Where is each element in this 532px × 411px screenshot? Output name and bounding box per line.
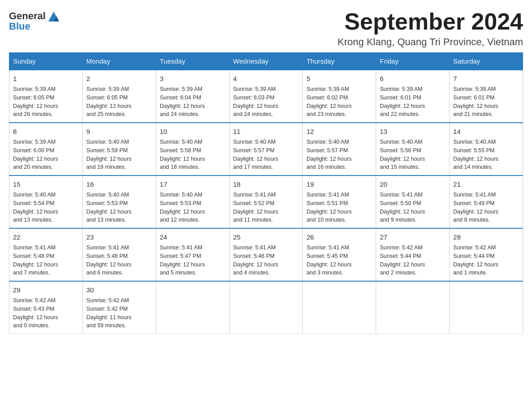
calendar-cell: 1 Sunrise: 5:39 AMSunset: 6:05 PMDayligh… [9, 70, 83, 123]
calendar-cell: 11 Sunrise: 5:40 AMSunset: 5:57 PMDaylig… [229, 123, 303, 176]
calendar-cell: 2 Sunrise: 5:39 AMSunset: 6:05 PMDayligh… [82, 70, 156, 123]
calendar-cell: 7 Sunrise: 5:39 AMSunset: 6:01 PMDayligh… [450, 70, 523, 123]
day-number: 30 [86, 285, 152, 295]
day-number: 6 [380, 74, 446, 83]
day-number: 20 [380, 180, 446, 189]
calendar-cell: 10 Sunrise: 5:40 AMSunset: 5:58 PMDaylig… [156, 123, 229, 176]
logo: General Blue [9, 9, 61, 32]
day-number: 11 [233, 127, 299, 136]
day-info: Sunrise: 5:40 AMSunset: 5:57 PMDaylight:… [233, 138, 299, 171]
calendar: SundayMondayTuesdayWednesdayThursdayFrid… [9, 52, 523, 334]
day-number: 12 [306, 127, 372, 136]
day-info: Sunrise: 5:41 AMSunset: 5:45 PMDaylight:… [306, 244, 372, 277]
location-title: Krong Klang, Quang Tri Province, Vietnam [338, 36, 523, 48]
calendar-cell: 8 Sunrise: 5:39 AMSunset: 6:00 PMDayligh… [9, 123, 83, 176]
day-info: Sunrise: 5:39 AMSunset: 6:01 PMDaylight:… [453, 85, 519, 119]
day-info: Sunrise: 5:42 AMSunset: 5:44 PMDaylight:… [453, 244, 519, 277]
calendar-cell: 6 Sunrise: 5:39 AMSunset: 6:01 PMDayligh… [376, 70, 450, 123]
day-number: 3 [160, 74, 226, 83]
calendar-cell [229, 281, 303, 334]
calendar-cell: 13 Sunrise: 5:40 AMSunset: 5:56 PMDaylig… [376, 123, 450, 176]
day-info: Sunrise: 5:39 AMSunset: 6:05 PMDaylight:… [86, 85, 152, 119]
day-number: 2 [86, 74, 152, 83]
calendar-cell: 26 Sunrise: 5:41 AMSunset: 5:45 PMDaylig… [303, 228, 376, 281]
calendar-cell [376, 281, 450, 334]
calendar-cell: 9 Sunrise: 5:40 AMSunset: 5:59 PMDayligh… [82, 123, 156, 176]
calendar-cell [303, 281, 376, 334]
calendar-cell: 30 Sunrise: 5:42 AMSunset: 5:42 PMDaylig… [82, 281, 156, 334]
calendar-week-5: 29 Sunrise: 5:42 AMSunset: 5:43 PMDaylig… [9, 281, 523, 334]
calendar-cell: 20 Sunrise: 5:41 AMSunset: 5:50 PMDaylig… [376, 176, 450, 228]
day-info: Sunrise: 5:41 AMSunset: 5:48 PMDaylight:… [13, 244, 79, 277]
title-section: September 2024 Krong Klang, Quang Tri Pr… [338, 9, 523, 48]
day-number: 16 [86, 180, 152, 189]
calendar-cell: 5 Sunrise: 5:39 AMSunset: 6:02 PMDayligh… [303, 70, 376, 123]
day-info: Sunrise: 5:41 AMSunset: 5:47 PMDaylight:… [160, 244, 226, 277]
day-info: Sunrise: 5:40 AMSunset: 5:57 PMDaylight:… [306, 138, 372, 171]
day-number: 5 [306, 74, 372, 83]
calendar-cell: 28 Sunrise: 5:42 AMSunset: 5:44 PMDaylig… [450, 228, 523, 281]
calendar-cell: 23 Sunrise: 5:41 AMSunset: 5:48 PMDaylig… [82, 228, 156, 281]
day-info: Sunrise: 5:41 AMSunset: 5:52 PMDaylight:… [233, 191, 299, 224]
day-info: Sunrise: 5:40 AMSunset: 5:59 PMDaylight:… [86, 138, 152, 171]
calendar-cell: 21 Sunrise: 5:41 AMSunset: 5:49 PMDaylig… [450, 176, 523, 228]
month-title: September 2024 [338, 9, 523, 34]
day-info: Sunrise: 5:39 AMSunset: 6:05 PMDaylight:… [13, 85, 79, 119]
day-number: 26 [306, 232, 372, 242]
day-info: Sunrise: 5:39 AMSunset: 6:01 PMDaylight:… [380, 85, 446, 119]
day-info: Sunrise: 5:40 AMSunset: 5:54 PMDaylight:… [13, 191, 79, 224]
calendar-cell: 18 Sunrise: 5:41 AMSunset: 5:52 PMDaylig… [229, 176, 303, 228]
day-number: 15 [13, 180, 79, 189]
calendar-cell: 27 Sunrise: 5:42 AMSunset: 5:44 PMDaylig… [376, 228, 450, 281]
calendar-cell: 17 Sunrise: 5:40 AMSunset: 5:53 PMDaylig… [156, 176, 229, 228]
day-info: Sunrise: 5:41 AMSunset: 5:48 PMDaylight:… [86, 244, 152, 277]
calendar-cell: 22 Sunrise: 5:41 AMSunset: 5:48 PMDaylig… [9, 228, 83, 281]
calendar-week-1: 1 Sunrise: 5:39 AMSunset: 6:05 PMDayligh… [9, 70, 523, 123]
day-number: 29 [13, 285, 79, 295]
day-number: 19 [306, 180, 372, 189]
day-info: Sunrise: 5:40 AMSunset: 5:55 PMDaylight:… [453, 138, 519, 171]
day-info: Sunrise: 5:41 AMSunset: 5:51 PMDaylight:… [306, 191, 372, 224]
header-day-wednesday: Wednesday [229, 53, 303, 70]
day-number: 1 [13, 74, 79, 83]
calendar-cell: 3 Sunrise: 5:39 AMSunset: 6:04 PMDayligh… [156, 70, 229, 123]
header-day-thursday: Thursday [303, 53, 376, 70]
calendar-cell: 25 Sunrise: 5:41 AMSunset: 5:46 PMDaylig… [229, 228, 303, 281]
calendar-header: SundayMondayTuesdayWednesdayThursdayFrid… [9, 53, 523, 70]
day-info: Sunrise: 5:40 AMSunset: 5:53 PMDaylight:… [160, 191, 226, 224]
day-info: Sunrise: 5:41 AMSunset: 5:46 PMDaylight:… [233, 244, 299, 277]
day-info: Sunrise: 5:39 AMSunset: 6:00 PMDaylight:… [13, 138, 79, 171]
day-info: Sunrise: 5:42 AMSunset: 5:42 PMDaylight:… [86, 296, 152, 330]
day-number: 4 [233, 74, 299, 83]
header-day-tuesday: Tuesday [156, 53, 229, 70]
day-number: 25 [233, 232, 299, 242]
calendar-cell: 15 Sunrise: 5:40 AMSunset: 5:54 PMDaylig… [9, 176, 83, 228]
calendar-cell: 14 Sunrise: 5:40 AMSunset: 5:55 PMDaylig… [450, 123, 523, 176]
day-info: Sunrise: 5:39 AMSunset: 6:02 PMDaylight:… [306, 85, 372, 119]
day-info: Sunrise: 5:40 AMSunset: 5:53 PMDaylight:… [86, 191, 152, 224]
day-info: Sunrise: 5:41 AMSunset: 5:49 PMDaylight:… [453, 191, 519, 224]
day-number: 13 [380, 127, 446, 136]
day-number: 17 [160, 180, 226, 189]
calendar-cell: 16 Sunrise: 5:40 AMSunset: 5:53 PMDaylig… [82, 176, 156, 228]
header-day-monday: Monday [82, 53, 156, 70]
header: General Blue September 2024 Krong Klang,… [9, 9, 523, 48]
logo-icon [47, 9, 61, 23]
day-number: 9 [86, 127, 152, 136]
day-number: 14 [453, 127, 519, 136]
day-info: Sunrise: 5:41 AMSunset: 5:50 PMDaylight:… [380, 191, 446, 224]
day-info: Sunrise: 5:40 AMSunset: 5:58 PMDaylight:… [160, 138, 226, 171]
calendar-cell: 19 Sunrise: 5:41 AMSunset: 5:51 PMDaylig… [303, 176, 376, 228]
header-row: SundayMondayTuesdayWednesdayThursdayFrid… [9, 53, 523, 70]
header-day-saturday: Saturday [450, 53, 523, 70]
day-info: Sunrise: 5:39 AMSunset: 6:03 PMDaylight:… [233, 85, 299, 119]
logo-blue-text: Blue [9, 21, 30, 32]
header-day-friday: Friday [376, 53, 450, 70]
day-number: 7 [453, 74, 519, 83]
day-info: Sunrise: 5:42 AMSunset: 5:44 PMDaylight:… [380, 244, 446, 277]
day-info: Sunrise: 5:42 AMSunset: 5:43 PMDaylight:… [13, 296, 79, 330]
day-info: Sunrise: 5:39 AMSunset: 6:04 PMDaylight:… [160, 85, 226, 119]
calendar-week-2: 8 Sunrise: 5:39 AMSunset: 6:00 PMDayligh… [9, 123, 523, 176]
calendar-cell: 12 Sunrise: 5:40 AMSunset: 5:57 PMDaylig… [303, 123, 376, 176]
calendar-cell: 29 Sunrise: 5:42 AMSunset: 5:43 PMDaylig… [9, 281, 83, 334]
